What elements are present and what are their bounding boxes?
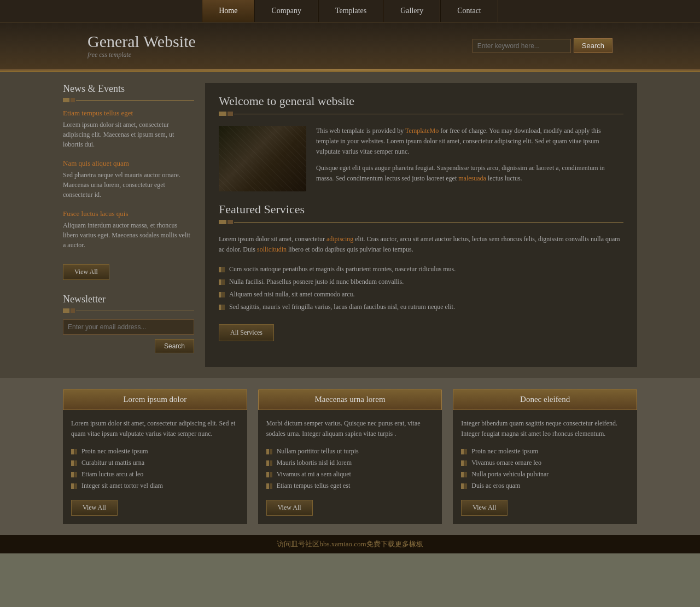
card-2-item-4: Etiam tempus tellus eget est (266, 480, 434, 492)
nav-contact[interactable]: Contact (440, 0, 498, 22)
card-3-item-3: Nulla porta vehicula pulvinar (461, 469, 629, 480)
card-2-view-all-button[interactable]: View All (266, 500, 313, 516)
welcome-text-2: Quisque eget elit quis augue pharetra fe… (316, 163, 623, 184)
card-2-item-1: Nullam porttitor tellus ut turpis (266, 446, 434, 457)
watermark-bar: 访问皿号社区bbs.xamiao.com免费下载更多橡板 (0, 535, 700, 553)
malesuada-link[interactable]: malesuada (458, 174, 486, 182)
card-2-bullet-3 (266, 472, 272, 477)
welcome-divider (219, 112, 623, 116)
nav-gallery[interactable]: Gallery (383, 0, 440, 22)
card-1-bullet-4 (71, 483, 77, 489)
newsletter-search-button[interactable]: Search (155, 339, 194, 353)
search-box: Search (472, 38, 612, 53)
card-2-item-3: Vivamus at mi a sem aliquet (266, 469, 434, 480)
card-2-item-2: Mauris lobortis nisl id lorem (266, 457, 434, 469)
bottom-section: Lorem ipsum dolor Lorem ipsum dolor sit … (0, 378, 700, 535)
main-content: Welcome to general website This web temp… (205, 83, 637, 367)
card-2-title: Maecenas urna lorem (267, 395, 434, 404)
card-1-item-4: Integer sit amet tortor vel diam (71, 480, 239, 492)
card-3-view-all-button[interactable]: View All (461, 500, 508, 516)
news-item-1-title[interactable]: Etiam tempus tellus eget (63, 109, 194, 118)
welcome-text-1: This web template is provided by Templat… (316, 126, 623, 157)
card-1-header: Lorem ipsum dolor (63, 389, 247, 410)
news-view-all-button[interactable]: View All (63, 264, 109, 280)
nav-templates[interactable]: Templates (318, 0, 383, 22)
navigation: Home Company Templates Gallery Contact (0, 0, 700, 22)
bullet-icon-1 (219, 267, 225, 272)
adipiscing-link[interactable]: adipiscing (326, 235, 353, 243)
newsletter-email-input[interactable] (63, 319, 194, 335)
main: News & Events Etiam tempus tellus eget L… (0, 72, 700, 378)
sollicitudin-link[interactable]: sollicitudin (257, 246, 287, 253)
card-3-list: Proin nec molestie ipsum Vivamus ornare … (461, 446, 629, 492)
logo: General Website free css template (88, 32, 196, 59)
card-3-bullet-4 (461, 483, 467, 489)
nav-home[interactable]: Home (202, 0, 254, 22)
card-3: Donec eleifend Integer bibendum quam sag… (453, 389, 637, 524)
templatemo-link[interactable]: TemplateMo (405, 127, 439, 135)
card-1-item-3: Etiam luctus arcu at leo (71, 469, 239, 480)
card-3-item-4: Duis ac eros quam (461, 480, 629, 492)
newsletter-section: Newsletter Search (63, 294, 194, 353)
bullet-item-3: Aliquam sed nisi nulla, sit amet commodo… (219, 288, 623, 301)
newsletter-title: Newsletter (63, 294, 194, 305)
card-2: Maecenas urna lorem Morbi dictum semper … (258, 389, 442, 524)
cards-wrapper: Lorem ipsum dolor Lorem ipsum dolor sit … (52, 389, 648, 524)
card-1-text: Lorem ipsum dolor sit amet, consectetur … (71, 418, 239, 439)
card-2-bullet-2 (266, 460, 272, 466)
card-2-bullet-1 (266, 449, 272, 454)
card-3-bullet-2 (461, 460, 467, 466)
card-3-header: Donec eleifend (453, 389, 637, 410)
card-1-body: Lorem ipsum dolor sit amet, consectetur … (63, 410, 247, 524)
bullet-list: Cum sociis natoque penatibus et magnis d… (219, 263, 623, 313)
news-section: News & Events Etiam tempus tellus eget L… (63, 83, 194, 280)
site-title: General Website (88, 32, 196, 51)
header-separator (0, 69, 700, 71)
featured-divider (219, 220, 623, 224)
header: General Website free css template Search (0, 22, 700, 72)
featured-intro: Lorem ipsum dolor sit amet, consectetur … (219, 234, 623, 255)
card-3-body: Integer bibendum quam sagittis neque con… (453, 410, 637, 524)
card-3-bullet-3 (461, 472, 467, 477)
news-item-3-body: Aliquam interdum auctor massa, et rhoncu… (63, 220, 194, 250)
sidebar: News & Events Etiam tempus tellus eget L… (63, 83, 194, 367)
card-1-view-all-button[interactable]: View All (71, 500, 118, 516)
news-item-1: Etiam tempus tellus eget Lorem ipsum dol… (63, 109, 194, 149)
card-2-bullet-4 (266, 483, 272, 489)
welcome-image (219, 126, 306, 191)
news-item-2-body: Sed pharetra neque vel mauris auctor orn… (63, 170, 194, 200)
news-item-3: Fusce luctus lacus quis Aliquam interdum… (63, 209, 194, 250)
card-1-bullet-2 (71, 460, 77, 466)
card-1-title: Lorem ipsum dolor (72, 395, 238, 404)
card-3-title: Donec eleifend (462, 395, 628, 404)
all-services-button[interactable]: All Services (219, 324, 274, 341)
bullet-item-2: Nulla facilisi. Phasellus posnere justo … (219, 276, 623, 288)
watermark-text: 访问皿号社区bbs.xamiao.com免费下载更多橡板 (277, 540, 423, 548)
bullet-icon-4 (219, 305, 225, 310)
news-item-3-title[interactable]: Fusce luctus lacus quis (63, 209, 194, 218)
card-1-bullet-3 (71, 472, 77, 477)
bullet-item-4: Sed sagittis, mauris vel fringilla variu… (219, 301, 623, 313)
welcome-text: This web template is provided by Templat… (316, 126, 623, 191)
search-button[interactable]: Search (574, 38, 612, 53)
card-3-item-1: Proin nec molestie ipsum (461, 446, 629, 457)
card-3-item-2: Vivamus ornare ornare leo (461, 457, 629, 469)
news-item-2-title[interactable]: Nam quis aliquet quam (63, 159, 194, 168)
card-2-list: Nullam porttitor tellus ut turpis Mauris… (266, 446, 434, 492)
news-item-1-body: Lorem ipsum dolor sit amet, consectetur … (63, 120, 194, 149)
card-1-item-1: Proin nec molestie ipsum (71, 446, 239, 457)
welcome-title: Welcome to general website (219, 94, 623, 108)
card-3-bullet-1 (461, 449, 467, 454)
card-1: Lorem ipsum dolor Lorem ipsum dolor sit … (63, 389, 247, 524)
card-1-list: Proin nec molestie ipsum Curabitur ut ma… (71, 446, 239, 492)
news-item-2: Nam quis aliquet quam Sed pharetra neque… (63, 159, 194, 200)
content-wrapper: News & Events Etiam tempus tellus eget L… (52, 72, 648, 378)
bullet-icon-3 (219, 292, 225, 297)
featured-title: Featured Services (219, 202, 623, 217)
welcome-section: This web template is provided by Templat… (219, 126, 623, 191)
search-input[interactable] (472, 39, 571, 53)
card-2-text: Morbi dictum semper varius. Quisque nec … (266, 418, 434, 439)
tagline: free css template (88, 51, 196, 59)
news-divider (63, 98, 194, 102)
nav-company[interactable]: Company (254, 0, 318, 22)
